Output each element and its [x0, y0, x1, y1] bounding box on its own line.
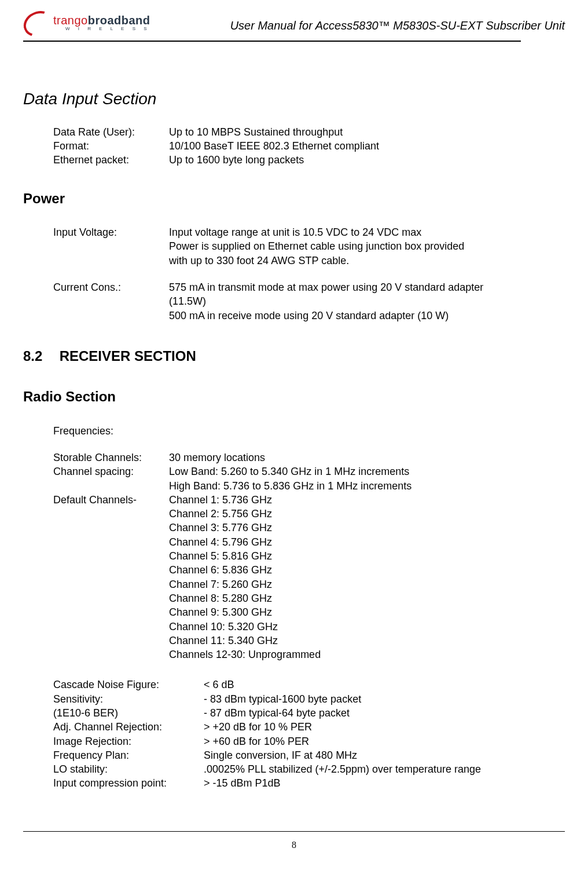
label: Channel spacing: [53, 465, 169, 493]
label: Current Cons.: [53, 280, 169, 323]
logo-text: trangobroadband W I R E L E S S [53, 14, 150, 31]
value: Single conversion, IF at 480 MHz [204, 748, 565, 762]
section-number: 8.2 [23, 347, 56, 365]
radio-specs-block: Cascade Noise Figure: < 6 dB Sensitivity… [53, 678, 565, 790]
line: 500 mA in receive mode using 20 V standa… [169, 309, 565, 323]
value: Up to 10 MBPS Sustained throughput [169, 125, 565, 139]
logo-part2: broadband [88, 14, 150, 27]
logo: trangobroadband W I R E L E S S [23, 12, 150, 34]
value: Input voltage range at unit is 10.5 VDC … [169, 225, 565, 268]
line: Channel 7: 5.260 GHz [169, 577, 565, 591]
row-data-rate: Data Rate (User): Up to 10 MBPS Sustaine… [53, 125, 565, 139]
label: Sensitivity: [53, 692, 204, 706]
value: Channel 1: 5.736 GHz Channel 2: 5.756 GH… [169, 493, 565, 662]
logo-sub: W I R E L E S S [53, 27, 150, 31]
logo-part1: trango [53, 14, 88, 27]
label: Ethernet packet: [53, 153, 169, 167]
page-header: trangobroadband W I R E L E S S User Man… [23, 12, 565, 38]
data-input-block: Data Rate (User): Up to 10 MBPS Sustaine… [53, 125, 565, 167]
row-channel-spacing: Channel spacing: Low Band: 5.260 to 5.34… [53, 465, 565, 493]
line: Channel 10: 5.320 GHz [169, 620, 565, 634]
value: > +20 dB for 10 % PER [204, 720, 565, 734]
value: > -15 dBm P1dB [204, 776, 565, 790]
label: Cascade Noise Figure: [53, 678, 204, 692]
label: Format: [53, 139, 169, 153]
value: .00025% PLL stabilized (+/-2.5ppm) over … [204, 762, 565, 776]
line: Channel 11: 5.340 GHz [169, 634, 565, 648]
value: < 6 dB [204, 678, 565, 692]
value: Up to 1600 byte long packets [169, 153, 565, 167]
logo-swoosh-icon [23, 12, 52, 34]
line: Channel 8: 5.280 GHz [169, 591, 565, 605]
label: LO stability: [53, 762, 204, 776]
row-input-voltage: Input Voltage: Input voltage range at un… [53, 225, 565, 268]
row-lo-stability: LO stability: .00025% PLL stabilized (+/… [53, 762, 565, 776]
line: (11.5W) [169, 294, 565, 308]
line: Channel 6: 5.836 GHz [169, 563, 565, 577]
page-number: 8 [23, 839, 565, 851]
value: 575 mA in transmit mode at max power usi… [169, 280, 565, 323]
value: Low Band: 5.260 to 5.340 GHz in 1 MHz in… [169, 465, 565, 493]
value: 10/100 BaseT IEEE 802.3 Ethernet complia… [169, 139, 565, 153]
row-current-cons: Current Cons.: 575 mA in transmit mode a… [53, 280, 565, 323]
row-adj-channel-rejection: Adj. Channel Rejection: > +20 dB for 10 … [53, 720, 565, 734]
value: - 87 dBm typical-64 byte packet [204, 706, 565, 720]
row-cascade-noise: Cascade Noise Figure: < 6 dB [53, 678, 565, 692]
label: Frequency Plan: [53, 748, 204, 762]
row-ethernet-packet: Ethernet packet: Up to 1600 byte long pa… [53, 153, 565, 167]
line: Channel 4: 5.796 GHz [169, 535, 565, 549]
label: Input Voltage: [53, 225, 169, 268]
value: - 83 dBm typical-1600 byte packet [204, 692, 565, 706]
heading-power: Power [23, 189, 565, 208]
line: Power is supplied on Ethernet cable usin… [169, 239, 565, 253]
page-content: Data Input Section Data Rate (User): Up … [23, 42, 565, 791]
row-sensitivity: Sensitivity: - 83 dBm typical-1600 byte … [53, 692, 565, 706]
heading-receiver-section: 8.2 RECEIVER SECTION [23, 347, 565, 365]
radio-block: Frequencies: Storable Channels: 30 memor… [53, 424, 565, 791]
label: Input compression point: [53, 776, 204, 790]
row-input-compression: Input compression point: > -15 dBm P1dB [53, 776, 565, 790]
line: High Band: 5.736 to 5.836 GHz in 1 MHz i… [169, 479, 565, 493]
line: with up to 330 foot 24 AWG STP cable. [169, 254, 565, 268]
line: Channel 3: 5.776 GHz [169, 521, 565, 535]
power-block: Input Voltage: Input voltage range at un… [53, 225, 565, 323]
row-image-rejection: Image Rejection: > +60 dB for 10% PER [53, 734, 565, 748]
header-title: User Manual for Access5830™ M5830S-SU-EX… [230, 18, 565, 34]
line: Input voltage range at unit is 10.5 VDC … [169, 225, 565, 239]
page-footer: 8 [23, 831, 565, 851]
line: Low Band: 5.260 to 5.340 GHz in 1 MHz in… [169, 465, 565, 478]
row-ber: (1E10-6 BER) - 87 dBm typical-64 byte pa… [53, 706, 565, 720]
label: Data Rate (User): [53, 125, 169, 139]
row-storable-channels: Storable Channels: 30 memory locations [53, 451, 565, 465]
label: Storable Channels: [53, 451, 169, 465]
label: Default Channels- [53, 493, 169, 662]
line: 575 mA in transmit mode at max power usi… [169, 280, 565, 294]
value: > +60 dB for 10% PER [204, 734, 565, 748]
label: (1E10-6 BER) [53, 706, 204, 720]
label: Frequencies: [53, 424, 169, 438]
label: Image Rejection: [53, 734, 204, 748]
line: Channel 5: 5.816 GHz [169, 549, 565, 563]
footer-rule [23, 831, 565, 832]
row-format: Format: 10/100 BaseT IEEE 802.3 Ethernet… [53, 139, 565, 153]
line: Channel 1: 5.736 GHz [169, 493, 565, 507]
value: 30 memory locations [169, 451, 565, 465]
heading-radio-section: Radio Section [23, 387, 565, 406]
row-frequencies: Frequencies: [53, 424, 565, 438]
line: Channel 9: 5.300 GHz [169, 605, 565, 619]
section-title: RECEIVER SECTION [60, 348, 196, 364]
line: Channel 2: 5.756 GHz [169, 507, 565, 521]
line: Channels 12-30: Unprogrammed [169, 648, 565, 661]
row-frequency-plan: Frequency Plan: Single conversion, IF at… [53, 748, 565, 762]
row-default-channels: Default Channels- Channel 1: 5.736 GHz C… [53, 493, 565, 662]
label: Adj. Channel Rejection: [53, 720, 204, 734]
heading-data-input: Data Input Section [23, 88, 565, 110]
